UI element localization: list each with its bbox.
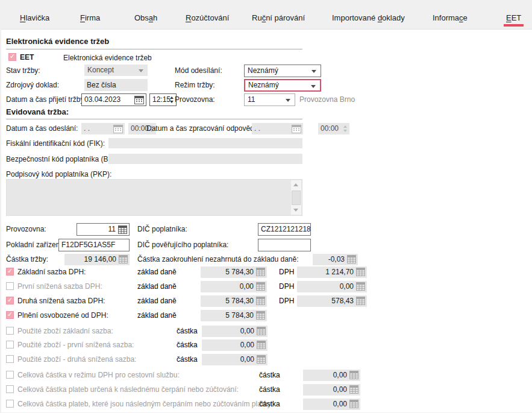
- datum-zpracovani-label: Datum a čas zpracování odpovědi:: [146, 124, 258, 133]
- provozovna2-input[interactable]: 11: [77, 223, 130, 236]
- calculator-icon: [257, 341, 266, 349]
- dic-poplatnika-label: DIČ poplatníka:: [137, 225, 187, 233]
- checkbox[interactable]: [6, 341, 14, 348]
- datum-odeslani-label: Datum a čas odeslání:: [6, 124, 78, 133]
- checkbox[interactable]: [6, 268, 14, 276]
- amount-label: částka: [177, 355, 198, 364]
- vat-row: První snížená sazba DPH: základ daně 0,0…: [0, 281, 532, 293]
- total-row-label: Celková částka plateb určená k následném…: [17, 385, 239, 394]
- calculator-icon: [257, 355, 266, 364]
- dph-amount-field: 0,00: [297, 281, 367, 292]
- base-label: základ daně: [137, 297, 177, 305]
- dic-poverujiciho-label: DIČ pověřujícího poplatníka:: [137, 241, 228, 249]
- tab-rozuctovani[interactable]: Rozúčtování: [186, 13, 229, 22]
- spinner-up-down-icon: [342, 123, 348, 134]
- rezim-trzby-value: Neznámý: [248, 81, 279, 89]
- eet-checkbox-label: EET: [20, 53, 34, 61]
- total-row: Celková částka v režimu DPH pro cestovní…: [0, 370, 532, 382]
- used-goods-row-label: Použité zboží základní sazba:: [17, 327, 113, 335]
- checkbox[interactable]: [6, 297, 14, 304]
- base-label: základ daně: [137, 268, 177, 276]
- total-row-label: Celková částka plateb, které jsou násled…: [17, 400, 273, 408]
- pokladni-zarizeni-value: F12DF5G1AS5F: [61, 241, 115, 249]
- calculator-icon[interactable]: [118, 225, 127, 234]
- datum-prijeti-time-input[interactable]: 12:15: [149, 93, 177, 106]
- amount-value: 0,00: [333, 384, 347, 396]
- chevron-down-icon: [139, 69, 143, 72]
- dph-label: DPH: [279, 268, 294, 276]
- checkbox[interactable]: [6, 327, 14, 335]
- amount-value: 0,00: [333, 370, 347, 381]
- pkp-label: Podpisový kód poplatníka (PKP):: [6, 170, 111, 178]
- dic-poplatnika-value: CZ1212121218: [261, 225, 311, 233]
- dph-amount-value: 0,00: [340, 281, 354, 292]
- active-tab-indicator: [504, 24, 524, 27]
- tab-eet[interactable]: EET: [506, 13, 521, 22]
- amount-value: 0,00: [333, 399, 347, 410]
- eet-form-window: Hlavička Firma Obsah Rozúčtování Ruční p…: [0, 0, 532, 413]
- scrollbar[interactable]: [291, 180, 301, 215]
- amount-label: částka: [259, 385, 280, 394]
- total-row: Celková částka plateb, které jsou násled…: [0, 399, 532, 411]
- provozovna2-label: Provozovna:: [6, 225, 46, 233]
- dph-amount-value: 578,43: [331, 295, 354, 307]
- checkbox[interactable]: [6, 400, 14, 408]
- scrollbar-thumb[interactable]: [292, 191, 301, 205]
- tab-informace[interactable]: Informace: [433, 13, 468, 22]
- total-row: Celková částka plateb určená k následném…: [0, 384, 532, 396]
- tab-rucni-parovani[interactable]: Ruční párování: [252, 13, 305, 22]
- calculator-icon: [256, 268, 265, 276]
- amount-label: částka: [259, 371, 280, 379]
- tab-importovane-doklady[interactable]: Importované doklady: [332, 13, 405, 22]
- checkbox[interactable]: [6, 311, 14, 319]
- checkbox[interactable]: [6, 371, 14, 379]
- tab-firma[interactable]: Firma: [80, 13, 100, 22]
- datum-prijeti-date-value: 03.04.2023: [84, 95, 120, 104]
- stav-trzby-select[interactable]: Koncept: [84, 65, 148, 76]
- eet-description: Elektronická evidence tržeb: [63, 54, 152, 62]
- zdrojovy-doklad-value: Bez čísla: [87, 81, 116, 89]
- pokladni-zarizeni-input[interactable]: F12DF5G1AS5F: [58, 239, 130, 251]
- vat-row-label: Základní sazba DPH:: [17, 268, 86, 276]
- amount-value: 0,00: [240, 354, 254, 365]
- dic-poplatnika-input[interactable]: CZ1212121218: [258, 223, 311, 236]
- calculator-icon: [349, 371, 358, 379]
- chevron-down-icon: [286, 99, 290, 102]
- checkbox[interactable]: [6, 385, 14, 393]
- eet-checkbox[interactable]: [8, 53, 16, 61]
- zaokrouhleni-field: -0,03: [313, 254, 358, 265]
- calculator-icon: [349, 385, 358, 394]
- base-label: základ daně: [137, 282, 177, 291]
- section-divider: [6, 49, 302, 49]
- datum-prijeti-label: Datum a čas přijetí tržby:: [6, 95, 86, 104]
- used-goods-row: Použité zboží - druhá snížená sazba: čás…: [0, 354, 532, 366]
- datum-prijeti-date-input[interactable]: 03.04.2023: [81, 93, 146, 106]
- calculator-icon: [257, 327, 266, 335]
- dph-label: DPH: [279, 282, 294, 291]
- calendar-icon[interactable]: [134, 95, 144, 104]
- zdrojovy-doklad-field: Bez čísla: [84, 79, 148, 91]
- base-amount-field: 5 784,30: [201, 310, 267, 321]
- dic-poverujiciho-input[interactable]: [258, 239, 311, 251]
- provozovna-select[interactable]: 11: [244, 93, 295, 106]
- amount-label: částka: [177, 341, 198, 349]
- calculator-icon: [356, 297, 365, 305]
- datum-zpracovani-time-input: 00:00: [318, 123, 349, 134]
- scroll-down-icon[interactable]: [291, 205, 301, 215]
- spinner-up-down-icon[interactable]: [168, 94, 175, 106]
- bkp-label: Bezpečnostní kód poplatníka (BKP):: [6, 155, 122, 163]
- tab-hlavicka[interactable]: Hlavička: [20, 13, 49, 22]
- pkp-textarea: [6, 179, 302, 216]
- rezim-trzby-select[interactable]: Neznámý: [244, 79, 321, 92]
- mod-odesilani-label: Mód odesílání:: [175, 66, 222, 75]
- amount-field: 0,00: [303, 384, 360, 396]
- checkbox[interactable]: [6, 282, 14, 290]
- calculator-icon: [356, 282, 365, 291]
- tab-bar: Hlavička Firma Obsah Rozúčtování Ruční p…: [0, 0, 532, 29]
- mod-odesilani-select[interactable]: Neznámý: [244, 65, 321, 77]
- checkbox[interactable]: [6, 355, 14, 363]
- tab-obsah[interactable]: Obsah: [134, 13, 157, 22]
- base-amount-field: 5 784,30: [201, 295, 267, 307]
- used-goods-row-label: Použité zboží - první snížená sazba:: [17, 341, 134, 349]
- vat-row-label: Druhá snížená sazba DPH:: [17, 297, 105, 305]
